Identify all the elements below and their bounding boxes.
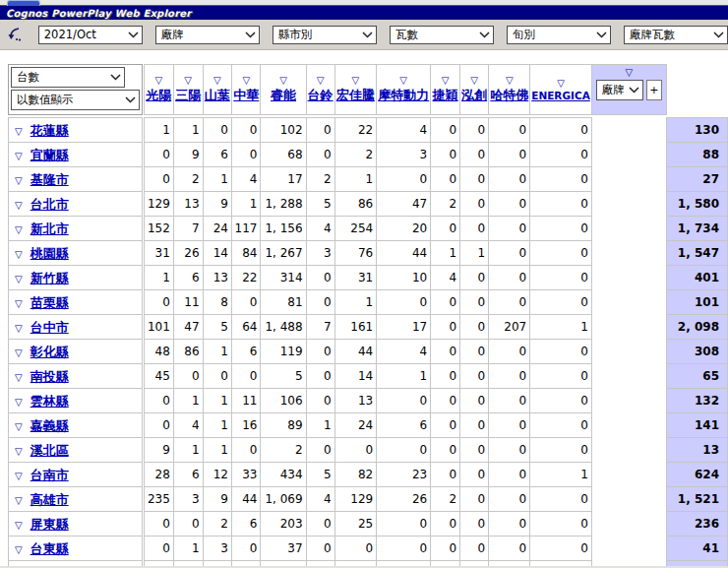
filter-icon[interactable]: ▽ (15, 200, 23, 211)
column-header-link[interactable]: 台鈴 (308, 87, 334, 104)
row-header-cell: ▽南投縣 (9, 364, 143, 389)
row-header-link[interactable]: 台北市 (30, 197, 69, 212)
column-header-link[interactable]: 中華 (233, 87, 259, 104)
spacer (591, 167, 666, 192)
wattage-dimension-dropdown[interactable]: 瓦數 (390, 26, 494, 44)
county-dimension-dropdown[interactable]: 縣市別 (273, 26, 377, 44)
column-header-link[interactable]: 山葉 (205, 87, 230, 104)
value-cell: 0 (144, 389, 173, 413)
filter-icon[interactable]: ▽ (15, 126, 23, 137)
value-cell: 0 (144, 143, 173, 167)
column-header: ▽宏佳騰 (334, 65, 377, 115)
column-header-link[interactable]: 宏佳騰 (336, 87, 375, 104)
value-cell: 0 (489, 463, 530, 487)
table-row: ▽彰化縣48861611904440000308 (9, 340, 728, 364)
filter-icon[interactable]: ▽ (184, 76, 192, 86)
value-cell: 3 (203, 536, 231, 561)
column-header-link[interactable]: 三陽 (175, 87, 201, 104)
filter-icon[interactable]: ▽ (15, 372, 23, 383)
filter-icon[interactable]: ▽ (442, 76, 450, 86)
filter-icon[interactable]: ▽ (15, 224, 23, 235)
filter-icon[interactable]: ▽ (399, 76, 407, 86)
value-cell: 2 (334, 143, 377, 167)
column-header-link[interactable]: 光陽 (146, 87, 171, 104)
filter-icon[interactable]: ▽ (213, 76, 221, 86)
row-header-link[interactable]: 新北市 (30, 221, 69, 236)
filter-icon[interactable]: ▽ (352, 76, 360, 86)
column-header-link[interactable]: 泓創 (461, 87, 487, 104)
value-cell: 102 (261, 118, 306, 143)
value-cell: 0 (377, 290, 431, 315)
row-header-link[interactable]: 南投縣 (30, 369, 69, 384)
row-header-link[interactable]: 基隆市 (30, 172, 69, 187)
filter-icon[interactable]: ▽ (15, 446, 23, 457)
report-area: 台數 以數值顯示 ▽光陽▽三陽▽山葉▽中華▽睿能▽台鈴▽宏佳騰▽摩特動力▽捷穎▽… (0, 50, 728, 568)
filter-icon[interactable]: ▽ (15, 347, 23, 358)
column-header-row: 台數 以數值顯示 ▽光陽▽三陽▽山葉▽中華▽睿能▽台鈴▽宏佳騰▽摩特動力▽捷穎▽… (9, 65, 728, 115)
filter-icon[interactable]: ▽ (15, 495, 23, 506)
filter-icon[interactable]: ▽ (15, 298, 23, 309)
filter-icon[interactable]: ▽ (15, 520, 23, 531)
row-header-link[interactable]: 台東縣 (30, 541, 69, 556)
filter-icon[interactable]: ▽ (625, 68, 633, 78)
row-header-cell: ▽雲林縣 (9, 389, 143, 413)
brand-dimension-dropdown[interactable]: 廠牌 (155, 26, 260, 44)
value-cell: 0 (489, 364, 530, 389)
row-header-link[interactable]: 桃園縣 (30, 246, 69, 261)
value-cell: 4 (377, 340, 431, 364)
filter-icon[interactable]: ▽ (317, 76, 325, 86)
filter-icon[interactable]: ▽ (15, 544, 23, 555)
table-row: ▽新竹縣161322314031104000401 (9, 266, 728, 290)
row-header-link[interactable]: 新竹縣 (30, 271, 69, 285)
row-header-link[interactable]: 台南市 (30, 468, 69, 482)
column-header: ▽泓創 (460, 65, 489, 115)
row-header-link[interactable]: 台中市 (30, 320, 69, 335)
column-header-link[interactable]: ENERGICA (531, 90, 590, 101)
row-header-link[interactable]: 屏東縣 (30, 517, 69, 532)
column-header-link[interactable]: 哈特佛 (490, 87, 528, 104)
filter-icon[interactable]: ▽ (15, 175, 23, 186)
filter-icon[interactable]: ▽ (15, 249, 23, 260)
measure-dropdown[interactable]: 台數 (11, 67, 125, 88)
row-header-link[interactable]: 嘉義縣 (30, 418, 69, 433)
display-mode-dropdown[interactable]: 以數值顯示 (11, 90, 140, 110)
period-dropdown[interactable]: 2021/Oct (38, 26, 143, 44)
drill-tool-icon[interactable] (4, 24, 26, 45)
row-total-cell: 1, 734 (666, 217, 727, 241)
filter-icon[interactable]: ▽ (15, 397, 23, 408)
row-header-link[interactable]: 雲林縣 (30, 394, 69, 409)
value-cell: 0 (530, 167, 592, 192)
row-header-link[interactable]: 苗栗縣 (30, 295, 69, 310)
filter-icon[interactable]: ▽ (15, 274, 23, 284)
filter-icon[interactable]: ▽ (15, 421, 23, 432)
value-cell: 16 (232, 413, 261, 438)
row-header-link[interactable]: 溪北區 (30, 443, 69, 458)
chevron-down-icon (596, 32, 607, 38)
column-header-link[interactable]: 睿能 (271, 87, 296, 104)
filter-icon[interactable]: ▽ (15, 151, 23, 161)
filter-icon[interactable]: ▽ (279, 76, 287, 86)
value-cell: 1 (530, 463, 592, 487)
filter-icon[interactable]: ▽ (154, 76, 162, 86)
value-cell: 0 (489, 536, 530, 561)
column-header-link[interactable]: 摩特動力 (378, 87, 429, 104)
tenday-dimension-dropdown[interactable]: 旬別 (507, 26, 611, 44)
value-cell: 6 (203, 143, 231, 167)
filter-icon[interactable]: ▽ (242, 76, 250, 86)
column-header-link[interactable]: 捷穎 (433, 87, 458, 104)
expand-columns-button[interactable]: + (646, 80, 662, 100)
table-row: ▽桃園縣312614841, 2673764411001, 547 (9, 241, 728, 266)
spacer (591, 487, 666, 512)
row-header-link[interactable]: 彰化縣 (30, 345, 69, 359)
filter-icon[interactable]: ▽ (15, 471, 23, 481)
row-header-link[interactable]: 宜蘭縣 (30, 148, 69, 162)
filter-icon[interactable]: ▽ (557, 79, 565, 89)
value-cell: 3 (306, 241, 334, 266)
brand-wattage-dimension-dropdown[interactable]: 廠牌瓦數 (624, 26, 728, 44)
filter-icon[interactable]: ▽ (470, 76, 478, 86)
row-header-link[interactable]: 高雄市 (30, 492, 69, 507)
filter-icon[interactable]: ▽ (506, 76, 514, 86)
filter-icon[interactable]: ▽ (15, 323, 23, 334)
column-dimension-dropdown[interactable]: 廠牌 (596, 80, 643, 100)
row-header-link[interactable]: 花蓮縣 (30, 123, 69, 138)
